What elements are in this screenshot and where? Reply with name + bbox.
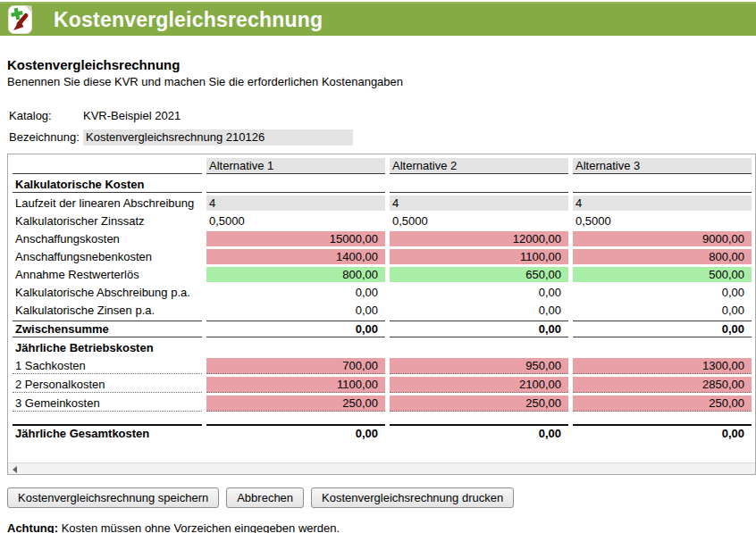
value-input-cell[interactable]: 250,00 [390,396,568,412]
value-cell [390,177,568,193]
corner-header [13,158,202,174]
value-input-cell[interactable]: 1400,00 [206,249,385,264]
row-label: Jährliche Betriebskosten [13,340,202,355]
value-cell: 0,00 [573,321,752,337]
row-label: Anschaffungsnebenkosten [13,249,202,264]
column-header: Alternative 3 [573,158,752,174]
row-label: Zwischensumme [13,321,202,337]
kvr-form: Katalog: KVR-Beispiel 2021 Bezeichnung: [7,107,749,146]
table-row: Laufzeit der linearen Abschreibung444 [13,196,752,211]
page-subtitle: Benennen Sie diese KVR und machen Sie di… [7,75,749,88]
value-cell: 0,00 [573,424,752,441]
value-cell [573,414,752,421]
value-input-cell[interactable]: 4 [206,196,385,211]
value-input-cell[interactable]: 800,00 [206,267,385,282]
table-row: Anschaffungskosten15000,0012000,009000,0… [13,231,752,246]
row-label: Kalkulatorischer Zinssatz [13,213,202,229]
value-input-cell[interactable]: 0,5000 [206,213,385,229]
value-cell [390,340,568,355]
value-cell: 0,00 [390,303,568,318]
value-cell [206,414,385,421]
row-label: Kalkulatorische Zinsen p.a. [13,303,202,318]
table-row: 3 Gemeinkosten250,00250,00250,00 [13,396,752,412]
value-input-cell[interactable]: 2100,00 [390,377,568,393]
katalog-row: Katalog: KVR-Beispiel 2021 [7,107,749,124]
table-row: Jährliche Betriebskosten [13,340,752,355]
value-input-cell[interactable]: 250,00 [206,396,385,412]
value-cell: 0,00 [390,321,568,337]
table-row: Jährliche Gesamtkosten0,000,000,00 [13,424,752,441]
app-title: Kostenvergleichsrechnung [54,8,323,32]
value-cell: 0,00 [206,424,385,441]
value-cell: 0,00 [206,321,385,337]
katalog-label: Katalog: [7,109,83,122]
row-label [13,414,202,421]
row-label: 3 Gemeinkosten [13,396,202,412]
horizontal-scrollbar[interactable] [8,462,755,474]
warning-note: Achtung: Kosten müssen ohne Vorzeichen e… [7,521,749,533]
value-input-cell[interactable]: 2850,00 [573,377,752,393]
value-input-cell[interactable]: 650,00 [390,267,568,282]
action-buttons: Kostenvergleichsrechnung speichern Abbre… [7,487,749,508]
value-input-cell[interactable]: 12000,00 [390,231,568,246]
value-cell [573,177,752,193]
value-cell [206,340,385,355]
column-header-row: Alternative 1Alternative 2Alternative 3 [13,158,752,174]
value-input-cell[interactable]: 0,5000 [390,213,568,229]
cost-table-container: Alternative 1Alternative 2Alternative 3 … [7,154,756,475]
row-label: Annahme Restwerterlös [13,267,202,282]
table-row: Kalkulatorische Kosten [13,177,752,193]
table-row: Annahme Restwerterlös800,00650,00500,00 [13,267,752,282]
cancel-button[interactable]: Abbrechen [226,487,304,508]
page-title: Kostenvergleichsrechnung [7,57,749,72]
cost-table: Alternative 1Alternative 2Alternative 3 … [8,155,756,444]
warning-prefix: Achtung: [7,521,58,533]
table-row: Zwischensumme0,000,000,00 [13,321,752,337]
bezeichnung-input[interactable] [83,129,353,146]
value-input-cell[interactable]: 950,00 [390,358,568,374]
print-button[interactable]: Kostenvergleichsrechnung drucken [311,487,514,508]
app-header: Kostenvergleichsrechnung [0,2,756,36]
column-header: Alternative 2 [390,158,568,174]
katalog-value: KVR-Beispiel 2021 [83,109,181,122]
value-input-cell[interactable]: 4 [390,196,568,211]
table-row: 2 Personalkosten1100,002100,002850,00 [13,377,752,393]
column-header: Alternative 1 [206,158,385,174]
value-input-cell[interactable]: 500,00 [573,267,752,282]
scroll-left-arrow-icon[interactable] [13,466,17,473]
row-label: Jährliche Gesamtkosten [13,424,202,441]
value-cell: 0,00 [390,285,568,300]
value-cell: 0,00 [206,285,385,300]
table-row: Kalkulatorischer Zinssatz0,50000,50000,5… [13,213,752,229]
row-label: Laufzeit der linearen Abschreibung [13,196,202,211]
bezeichnung-row: Bezeichnung: [7,129,749,146]
table-row: 1 Sachkosten700,00950,001300,00 [13,358,752,374]
value-input-cell[interactable]: 9000,00 [573,231,752,246]
row-label: Kalkulatorische Abschreibung p.a. [13,285,202,300]
value-cell: 0,00 [573,303,752,318]
save-button[interactable]: Kostenvergleichsrechnung speichern [7,487,219,508]
value-input-cell[interactable]: 1300,00 [573,358,752,374]
value-input-cell[interactable]: 15000,00 [206,231,385,246]
value-cell [390,414,568,421]
value-input-cell[interactable]: 250,00 [573,396,752,412]
value-input-cell[interactable]: 1100,00 [206,377,385,393]
value-input-cell[interactable]: 4 [573,196,752,211]
value-input-cell[interactable]: 700,00 [206,358,385,374]
table-row [13,414,752,421]
warning-text: Kosten müssen ohne Vorzeichen eingegeben… [62,521,340,533]
row-label: 2 Personalkosten [13,377,202,393]
cost-table-body: Kalkulatorische KostenLaufzeit der linea… [13,177,752,441]
kvr-document-icon [7,4,34,35]
value-input-cell[interactable]: 800,00 [573,249,752,264]
table-row: Kalkulatorische Abschreibung p.a.0,000,0… [13,285,752,300]
value-input-cell[interactable]: 1100,00 [390,249,568,264]
value-cell [573,340,752,355]
value-cell [206,177,385,193]
row-label: Anschaffungskosten [13,231,202,246]
cost-table-head: Alternative 1Alternative 2Alternative 3 [13,158,752,174]
row-label: Kalkulatorische Kosten [13,177,202,193]
bezeichnung-label: Bezeichnung: [7,130,83,144]
value-input-cell[interactable]: 0,5000 [573,213,752,229]
table-row: Kalkulatorische Zinsen p.a.0,000,000,00 [13,303,752,318]
